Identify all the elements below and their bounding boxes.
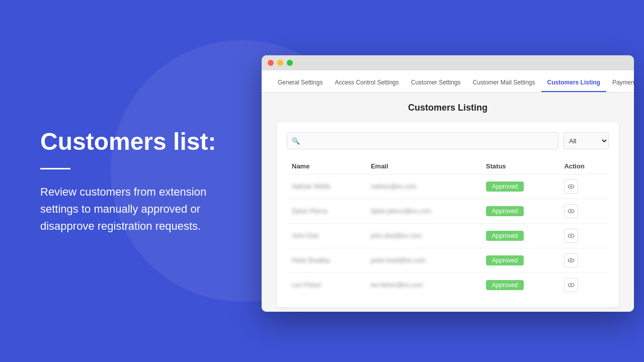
status-badge: Approved xyxy=(486,280,524,290)
customers-card: 🔍 All Approved Pending Rejected Name xyxy=(277,122,619,307)
tab-payment-settings[interactable]: Payment Settings xyxy=(606,74,634,92)
status-badge: Approved xyxy=(486,231,524,241)
table-row: Dylan Piercedylan.pierce@ex.comApproved xyxy=(287,199,609,224)
tab-access-control[interactable]: Access Control Settings xyxy=(329,74,405,92)
svg-point-1 xyxy=(571,186,572,188)
cell-name: John Doe xyxy=(287,224,366,248)
browser-content: General Settings Access Control Settings… xyxy=(262,70,634,312)
content-page-title: Customers Listing xyxy=(277,103,619,113)
cell-email: leo.fisher@ex.com xyxy=(366,273,481,298)
cell-email: dylan.pierce@ex.com xyxy=(366,199,481,224)
table-row: Leo Fisherleo.fisher@ex.comApproved xyxy=(287,273,609,298)
tab-bar: General Settings Access Control Settings… xyxy=(262,70,634,93)
status-badge: Approved xyxy=(486,182,524,192)
tab-customer-settings[interactable]: Customer Settings xyxy=(405,74,467,92)
cell-status: Approved xyxy=(481,248,559,273)
cell-name: Nathan Webb xyxy=(287,174,366,199)
page-main-title: Customers list: xyxy=(40,127,231,156)
svg-point-9 xyxy=(571,285,572,286)
view-button[interactable] xyxy=(564,179,578,194)
col-name: Name xyxy=(287,158,366,174)
cell-name: Leo Fisher xyxy=(287,273,366,298)
col-action: Action xyxy=(559,158,609,174)
main-content-area: Customers Listing 🔍 All Approved Pending… xyxy=(262,93,634,312)
cell-email: peter.brad@ex.com xyxy=(366,248,481,273)
cell-name: Peter Bradley xyxy=(287,248,366,273)
divider xyxy=(40,168,70,169)
status-badge: Approved xyxy=(486,206,524,216)
customers-table: Name Email Status Action Nathan Webbnath… xyxy=(287,158,609,297)
cell-name: Dylan Pierce xyxy=(287,199,366,224)
traffic-light-close[interactable] xyxy=(268,60,274,66)
cell-email: nathan@ex.com xyxy=(366,174,481,199)
cell-action xyxy=(559,273,609,298)
table-row: Peter Bradleypeter.brad@ex.comApproved xyxy=(287,248,609,273)
cell-email: john.doe@ex.com xyxy=(366,224,481,248)
cell-status: Approved xyxy=(481,224,559,248)
tab-customer-mail[interactable]: Customer Mail Settings xyxy=(467,74,541,92)
traffic-light-minimize[interactable] xyxy=(277,60,283,66)
tab-customers-listing[interactable]: Customers Listing xyxy=(541,74,606,92)
browser-window: General Settings Access Control Settings… xyxy=(262,55,634,312)
col-email: Email xyxy=(366,158,481,174)
status-filter-select[interactable]: All Approved Pending Rejected xyxy=(564,132,609,149)
view-button[interactable] xyxy=(564,204,578,218)
view-button[interactable] xyxy=(564,253,578,267)
cell-status: Approved xyxy=(481,174,559,199)
page-description: Review customers from extension settings… xyxy=(40,184,231,235)
browser-titlebar xyxy=(262,55,634,70)
table-row: Nathan Webbnathan@ex.comApproved xyxy=(287,174,609,199)
col-status: Status xyxy=(481,158,559,174)
search-filter-row: 🔍 All Approved Pending Rejected xyxy=(287,132,609,149)
tab-general-settings[interactable]: General Settings xyxy=(272,74,329,92)
cell-action xyxy=(559,199,609,224)
svg-point-3 xyxy=(571,211,572,212)
table-header-row: Name Email Status Action xyxy=(287,158,609,174)
search-input[interactable] xyxy=(287,132,558,149)
cell-action xyxy=(559,174,609,199)
view-button[interactable] xyxy=(564,278,578,292)
svg-point-7 xyxy=(571,260,572,261)
search-wrap: 🔍 xyxy=(287,132,558,149)
status-badge: Approved xyxy=(486,255,524,265)
svg-point-5 xyxy=(571,235,572,237)
cell-status: Approved xyxy=(481,199,559,224)
left-panel: Customers list: Review customers from ex… xyxy=(20,0,252,362)
search-icon: 🔍 xyxy=(292,137,300,145)
cell-status: Approved xyxy=(481,273,559,298)
traffic-light-maximize[interactable] xyxy=(287,60,293,66)
cell-action xyxy=(559,248,609,273)
cell-action xyxy=(559,224,609,248)
table-row: John Doejohn.doe@ex.comApproved xyxy=(287,224,609,248)
view-button[interactable] xyxy=(564,229,578,243)
